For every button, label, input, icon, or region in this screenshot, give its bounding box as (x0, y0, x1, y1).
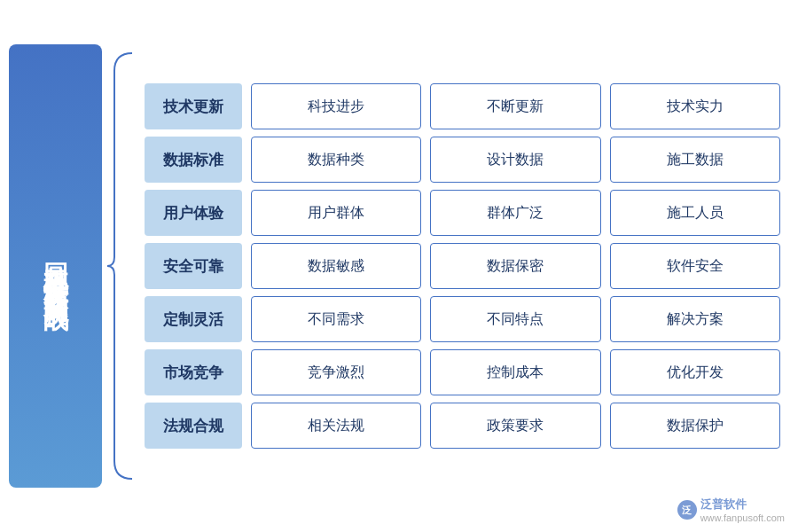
tag-text-4-2: 解决方案 (667, 310, 724, 329)
tag-1-0: 数据种类 (251, 137, 421, 183)
tag-text-1-1: 设计数据 (487, 151, 544, 169)
bracket-icon (106, 44, 141, 488)
tags-2: 用户群体群体广泛施工人员 (251, 190, 780, 236)
category-box-0: 技术更新 (145, 83, 242, 129)
tags-1: 数据种类设计数据施工数据 (251, 137, 780, 183)
tags-4: 不同需求不同特点解决方案 (251, 296, 780, 342)
tag-1-2: 施工数据 (610, 137, 780, 183)
tag-5-2: 优化开发 (610, 349, 780, 395)
category-text-1: 数据标准 (163, 150, 223, 170)
tag-text-0-0: 科技进步 (308, 98, 364, 116)
tag-text-6-0: 相关法规 (308, 417, 364, 435)
category-box-6: 法规合规 (145, 403, 242, 449)
tag-text-4-1: 不同特点 (487, 310, 544, 329)
tag-5-0: 竞争激烈 (251, 349, 421, 395)
watermark: 泛 泛普软件 www.fanpusoft.com (677, 497, 785, 523)
tag-4-1: 不同特点 (430, 296, 600, 342)
tag-text-3-0: 数据敏感 (308, 257, 364, 276)
tag-1-1: 设计数据 (430, 137, 600, 183)
row-2: 用户体验用户群体群体广泛施工人员 (145, 190, 780, 236)
main-title: 园林工程计量软件面临的挑战 (39, 243, 71, 289)
category-text-4: 定制灵活 (163, 309, 223, 330)
tag-5-1: 控制成本 (430, 349, 600, 395)
tags-6: 相关法规政策要求数据保护 (251, 403, 780, 449)
tag-text-5-2: 优化开发 (667, 364, 724, 382)
tag-text-5-0: 竞争激烈 (308, 364, 364, 382)
row-4: 定制灵活不同需求不同特点解决方案 (145, 296, 780, 342)
tag-4-0: 不同需求 (251, 296, 421, 342)
tag-text-2-0: 用户群体 (308, 204, 364, 223)
category-box-4: 定制灵活 (145, 296, 242, 342)
watermark-icon: 泛 (677, 500, 697, 520)
tag-text-0-1: 不断更新 (487, 98, 544, 116)
tag-text-3-1: 数据保密 (487, 257, 544, 276)
tag-0-2: 技术实力 (610, 83, 780, 129)
category-box-5: 市场竞争 (145, 349, 242, 395)
tag-text-6-1: 政策要求 (487, 417, 544, 435)
category-box-1: 数据标准 (145, 137, 242, 183)
row-0: 技术更新科技进步不断更新技术实力 (145, 83, 780, 129)
bracket-area (106, 44, 141, 488)
tag-text-2-2: 施工人员 (667, 204, 724, 223)
tags-3: 数据敏感数据保密软件安全 (251, 243, 780, 289)
row-3: 安全可靠数据敏感数据保密软件安全 (145, 243, 780, 289)
tag-0-1: 不断更新 (430, 83, 600, 129)
tag-6-2: 数据保护 (610, 403, 780, 449)
category-text-0: 技术更新 (163, 97, 223, 117)
tag-2-0: 用户群体 (251, 190, 421, 236)
tag-6-1: 政策要求 (430, 403, 600, 449)
title-box: 园林工程计量软件面临的挑战 (9, 44, 102, 488)
tag-text-6-2: 数据保护 (667, 417, 724, 435)
tag-text-1-0: 数据种类 (308, 151, 364, 169)
tags-5: 竞争激烈控制成本优化开发 (251, 349, 780, 395)
category-text-2: 用户体验 (163, 203, 223, 223)
tag-3-1: 数据保密 (430, 243, 600, 289)
tag-4-2: 解决方案 (610, 296, 780, 342)
tag-3-2: 软件安全 (610, 243, 780, 289)
tag-3-0: 数据敏感 (251, 243, 421, 289)
row-5: 市场竞争竞争激烈控制成本优化开发 (145, 349, 780, 395)
tag-text-1-2: 施工数据 (667, 151, 724, 169)
tag-text-4-0: 不同需求 (308, 310, 364, 329)
category-text-5: 市场竞争 (163, 363, 223, 383)
rows-area: 技术更新科技进步不断更新技术实力数据标准数据种类设计数据施工数据用户体验用户群体… (145, 83, 780, 449)
tag-text-5-1: 控制成本 (487, 364, 544, 382)
tag-6-0: 相关法规 (251, 403, 421, 449)
tags-0: 科技进步不断更新技术实力 (251, 83, 780, 129)
tag-2-1: 群体广泛 (430, 190, 600, 236)
tag-2-2: 施工人员 (610, 190, 780, 236)
tag-text-3-2: 软件安全 (667, 257, 724, 276)
category-box-2: 用户体验 (145, 190, 242, 236)
category-text-6: 法规合规 (163, 416, 223, 436)
row-6: 法规合规相关法规政策要求数据保护 (145, 403, 780, 449)
category-text-3: 安全可靠 (163, 256, 223, 277)
row-1: 数据标准数据种类设计数据施工数据 (145, 137, 780, 183)
tag-text-0-2: 技术实力 (667, 98, 724, 116)
main-container: 园林工程计量软件面临的挑战 技术更新科技进步不断更新技术实力数据标准数据种类设计… (0, 0, 798, 532)
tag-0-0: 科技进步 (251, 83, 421, 129)
watermark-text: 泛普软件 www.fanpusoft.com (700, 497, 785, 523)
tag-text-2-1: 群体广泛 (487, 204, 544, 223)
category-box-3: 安全可靠 (145, 243, 242, 289)
